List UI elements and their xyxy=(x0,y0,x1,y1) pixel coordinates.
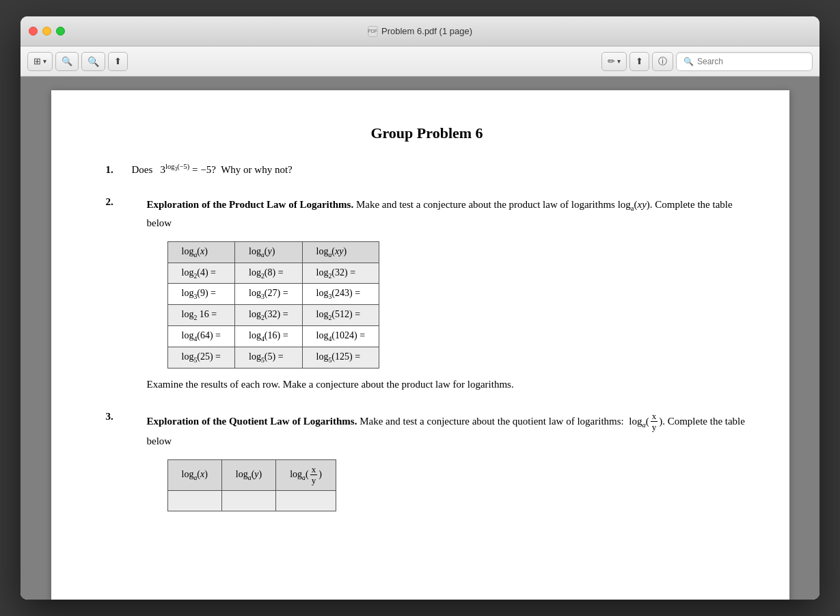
pdf-content-area[interactable]: Group Problem 6 1. Does 3log3(−5) = −5? … xyxy=(21,77,819,600)
export-button[interactable]: ⬆ xyxy=(629,52,649,71)
chevron-down-icon: ▾ xyxy=(43,57,46,65)
q-col-header-1: loga(x) xyxy=(167,459,221,490)
search-box[interactable]: 🔍 xyxy=(676,52,813,71)
problem-3-bold: Exploration of the Quotient Law of Logar… xyxy=(147,415,357,426)
cell-r2c2: log3(27) = xyxy=(235,284,303,305)
exponent-text: log3(−5) xyxy=(165,163,189,170)
problem-1-section: 1. Does 3log3(−5) = −5? Why or why not? xyxy=(106,163,748,176)
problem-2-bold: Exploration of the Product Law of Logari… xyxy=(147,199,354,210)
table-row: log3(9) = log3(27) = log3(243) = xyxy=(167,284,379,305)
col-header-2: loga(y) xyxy=(235,241,303,263)
share-button[interactable]: ⬆ xyxy=(108,52,128,71)
cell-r5c1: log5(25) = xyxy=(167,347,235,368)
problem-1-number: 1. xyxy=(106,164,126,176)
problem-3-number: 3. xyxy=(106,411,126,423)
fraction-x-over-y: xy xyxy=(651,411,658,433)
cell-r1c3: log2(32) = xyxy=(302,263,379,284)
q-cell-empty-3 xyxy=(276,490,336,511)
cell-r2c3: log3(243) = xyxy=(302,284,379,305)
table-empty-row xyxy=(167,490,336,511)
pen-icon: ✏ xyxy=(608,56,615,66)
table-header-row: loga(x) loga(y) loga(xy) xyxy=(167,241,379,263)
examine-text: Examine the results of each row. Make a … xyxy=(147,379,748,390)
cell-r4c3: log4(1024) = xyxy=(302,325,379,347)
problem-2-number: 2. xyxy=(106,196,126,208)
zoom-in-button[interactable]: 🔍 xyxy=(81,52,105,71)
q-col-header-2: loga(y) xyxy=(221,459,275,490)
cell-r4c1: log4(64) = xyxy=(167,325,235,347)
info-button[interactable]: ⓘ xyxy=(652,52,673,71)
share-icon: ⬆ xyxy=(114,56,122,66)
cell-r1c2: log2(8) = xyxy=(235,263,303,284)
minimize-button[interactable] xyxy=(42,27,51,36)
toolbar: ⊞ ▾ 🔍 🔍 ⬆ ✏ ▾ ⬆ ⓘ 🔍 xyxy=(21,46,819,77)
table-row: log5(25) = log5(5) = log5(125) = xyxy=(167,347,379,368)
pen-dropdown-icon: ▾ xyxy=(617,57,621,65)
table-header-row: loga(x) loga(y) loga(xy) xyxy=(167,459,336,490)
titlebar: PDF Problem 6.pdf (1 page) xyxy=(21,16,819,46)
zoom-out-button[interactable]: 🔍 xyxy=(55,52,79,71)
search-icon: 🔍 xyxy=(683,57,694,66)
cell-r3c2: log2(32) = xyxy=(235,305,303,326)
problem-2-section: 2. Exploration of the Product Law of Log… xyxy=(106,196,748,390)
cell-r2c1: log3(9) = xyxy=(167,284,235,305)
q-cell-empty-2 xyxy=(221,490,275,511)
cell-r3c1: log2 16 = xyxy=(167,305,235,326)
problem-1-text: Does 3log3(−5) = −5? Why or why not? xyxy=(132,163,293,176)
cell-r5c2: log5(5) = xyxy=(235,347,303,368)
search-input[interactable] xyxy=(697,57,805,66)
problem-2-body: Exploration of the Product Law of Logari… xyxy=(147,196,748,390)
col-header-1: loga(x) xyxy=(167,241,235,263)
maximize-button[interactable] xyxy=(56,27,65,36)
problem-3-section: 3. Exploration of the Quotient Law of Lo… xyxy=(106,411,748,522)
zoom-out-icon: 🔍 xyxy=(62,56,72,66)
problem-3-text: Exploration of the Quotient Law of Logar… xyxy=(147,411,748,449)
cell-r4c2: log4(16) = xyxy=(235,325,303,347)
window-title-area: PDF Problem 6.pdf (1 page) xyxy=(368,26,472,37)
cell-r5c3: log5(125) = xyxy=(302,347,379,368)
problem-3-body: Exploration of the Quotient Law of Logar… xyxy=(147,411,748,522)
window-title: Problem 6.pdf (1 page) xyxy=(381,26,472,36)
quotient-law-table: loga(x) loga(y) loga(xy) xyxy=(167,459,336,511)
app-window: PDF Problem 6.pdf (1 page) ⊞ ▾ 🔍 🔍 ⬆ ✏ ▾… xyxy=(21,16,819,600)
cell-r3c3: log2(512) = xyxy=(302,305,379,326)
sidebar-toggle-button[interactable]: ⊞ ▾ xyxy=(27,52,53,71)
problem-2-text: Exploration of the Product Law of Logari… xyxy=(147,196,748,231)
table-row: log2 16 = log2(32) = log2(512) = xyxy=(167,305,379,326)
pdf-page: Group Problem 6 1. Does 3log3(−5) = −5? … xyxy=(51,90,789,600)
q-col-header-3: loga(xy) xyxy=(276,459,336,490)
zoom-in-icon: 🔍 xyxy=(87,56,99,67)
col-header-3: loga(xy) xyxy=(302,241,379,263)
info-icon: ⓘ xyxy=(658,55,667,68)
export-icon: ⬆ xyxy=(636,56,643,66)
header-fraction: xy xyxy=(310,464,318,486)
table-row: log4(64) = log4(16) = log4(1024) = xyxy=(167,325,379,347)
close-button[interactable] xyxy=(29,27,38,36)
q-cell-empty-1 xyxy=(167,490,221,511)
product-law-table: loga(x) loga(y) loga(xy) log2(4) = log2(… xyxy=(167,241,380,369)
sidebar-icon: ⊞ xyxy=(33,56,41,66)
page-title: Group Problem 6 xyxy=(106,124,748,142)
traffic-lights xyxy=(29,27,65,36)
pen-button[interactable]: ✏ ▾ xyxy=(601,52,627,71)
cell-r1c1: log2(4) = xyxy=(167,263,235,284)
pdf-file-icon: PDF xyxy=(368,26,377,37)
table-row: log2(4) = log2(8) = log2(32) = xyxy=(167,263,379,284)
